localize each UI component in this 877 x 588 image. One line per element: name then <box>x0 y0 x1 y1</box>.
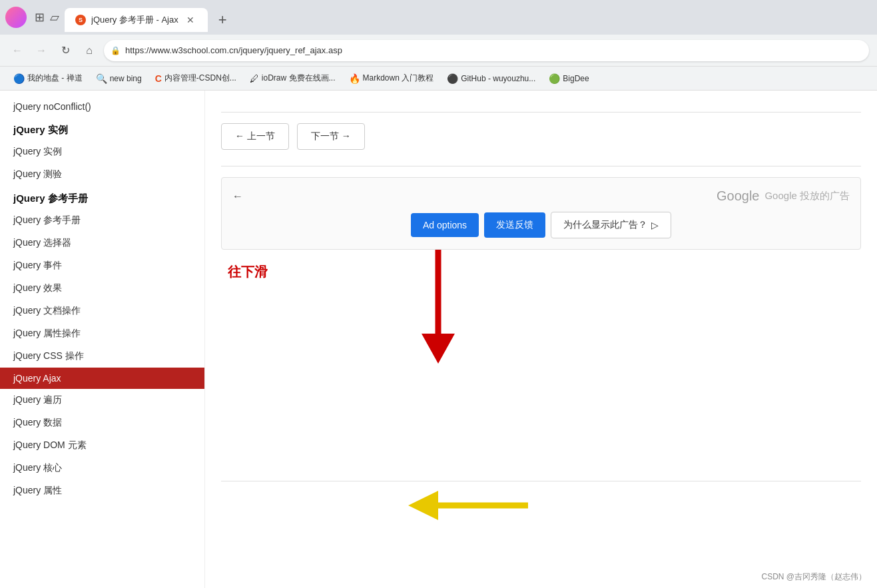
next-page-button[interactable]: 下一节 → <box>297 123 365 150</box>
sidebar: jQuery noConflict() jQuery 实例 jQuery 实例 … <box>0 91 205 588</box>
main-content: ← 上一节 下一节 → ← Google Google 投放的广告 Ad opt… <box>205 91 877 588</box>
bookmark-item-7[interactable]: 🟢 BigDee <box>543 71 594 87</box>
separator-bottom <box>221 481 861 481</box>
bookmark-item-2[interactable]: 🔍 new bing <box>91 71 147 87</box>
bookmark-icon-4: 🖊 <box>250 73 259 84</box>
new-window-icon[interactable]: ▱ <box>50 10 59 25</box>
sidebar-item-examples[interactable]: jQuery 实例 <box>0 141 204 163</box>
sidebar-item-noconflict[interactable]: jQuery noConflict() <box>0 96 204 117</box>
ad-why-label: 为什么显示此广告？ <box>563 219 647 231</box>
lock-icon: 🔒 <box>111 46 121 55</box>
sidebar-item-effects[interactable]: jQuery 效果 <box>0 277 204 300</box>
bookmark-icon-6: ⚫ <box>447 73 458 84</box>
bookmark-label-6: GitHub - wuyouzhu... <box>461 74 535 83</box>
bookmark-label-3: 内容管理-CSDN创... <box>164 73 236 84</box>
tab-bar-icons: ⊞ <box>35 10 45 25</box>
bookmark-item-5[interactable]: 🔥 Markdown 入门教程 <box>344 70 439 87</box>
bookmark-item-6[interactable]: ⚫ GitHub - wuyouzhu... <box>441 71 541 87</box>
bookmark-icon-2: 🔍 <box>96 73 107 84</box>
sidebar-item-selectors[interactable]: jQuery 选择器 <box>0 232 204 254</box>
footer-text: CSDN @吉冈秀隆（赵志伟） <box>761 571 866 583</box>
bookmark-item-3[interactable]: C 内容管理-CSDN创... <box>150 70 242 87</box>
address-bar: ← → ↻ ⌂ 🔒 <box>0 35 877 67</box>
browser-frame: ⊞ ▱ S jQuery 参考手册 - Ajax ✕ + ← → ↻ ⌂ 🔒 🔵… <box>0 0 877 588</box>
tab-close-button[interactable]: ✕ <box>184 13 197 27</box>
bookmark-icon-7: 🟢 <box>549 73 560 84</box>
ad-options-button[interactable]: Ad options <box>411 213 479 237</box>
tab-grid-icon[interactable]: ⊞ <box>35 10 45 25</box>
sidebar-item-properties[interactable]: jQuery 属性 <box>0 479 204 502</box>
title-bar: ⊞ ▱ S jQuery 参考手册 - Ajax ✕ + <box>0 0 877 35</box>
page-body: ← 上一节 下一节 → ← Google Google 投放的广告 Ad opt… <box>205 91 877 503</box>
nav-buttons: ← 上一节 下一节 → <box>221 123 861 150</box>
bookmark-icon-3: C <box>155 73 162 84</box>
bookmark-label-4: ioDraw 免费在线画... <box>262 73 336 84</box>
google-logo: Google <box>717 188 760 204</box>
bottom-arrow-indicator <box>402 479 535 535</box>
sidebar-item-attributes[interactable]: jQuery 属性操作 <box>0 322 204 345</box>
sidebar-item-dom-manipulation[interactable]: jQuery 文档操作 <box>0 300 204 322</box>
browser-tab[interactable]: S jQuery 参考手册 - Ajax ✕ <box>65 8 208 32</box>
bookmark-icon-1: 🔵 <box>13 73 25 84</box>
tab-favicon: S <box>75 15 86 25</box>
bookmark-label-1: 我的地盘 - 禅道 <box>27 73 83 84</box>
bookmark-label-2: new bing <box>110 74 142 83</box>
sidebar-item-data[interactable]: jQuery 数据 <box>0 412 204 434</box>
separator-top <box>221 112 861 113</box>
sidebar-item-events[interactable]: jQuery 事件 <box>0 254 204 277</box>
sidebar-section-examples: jQuery 实例 <box>0 117 204 141</box>
ad-feedback-button[interactable]: 发送反馈 <box>484 212 545 238</box>
forward-button[interactable]: → <box>32 41 51 60</box>
ad-why-icon: ▷ <box>651 220 659 230</box>
address-wrapper: 🔒 <box>104 40 869 61</box>
bookmark-label-5: Markdown 入门教程 <box>363 73 434 84</box>
sidebar-item-dom-elements[interactable]: jQuery DOM 元素 <box>0 434 204 457</box>
reload-button[interactable]: ↻ <box>56 41 75 60</box>
ad-controls: Ad options 发送反馈 为什么显示此广告？ ▷ <box>232 212 850 238</box>
sidebar-item-traversal[interactable]: jQuery 遍历 <box>0 389 204 412</box>
bookmark-item-1[interactable]: 🔵 我的地盘 - 禅道 <box>8 70 88 87</box>
avatar <box>5 7 27 28</box>
home-button[interactable]: ⌂ <box>80 41 99 60</box>
scroll-label-wrapper: 往下滑 <box>228 263 861 281</box>
ad-back-icon[interactable]: ← <box>232 190 243 202</box>
ad-area: ← Google Google 投放的广告 Ad options 发送反馈 为什… <box>221 177 861 250</box>
ad-header: ← Google Google 投放的广告 <box>232 188 850 204</box>
sidebar-item-reference[interactable]: jQuery 参考手册 <box>0 209 204 232</box>
separator-middle <box>221 166 861 166</box>
sidebar-item-quiz[interactable]: jQuery 测验 <box>0 163 204 186</box>
prev-page-button[interactable]: ← 上一节 <box>221 123 289 150</box>
scroll-down-label: 往下滑 <box>228 264 268 279</box>
sidebar-item-core[interactable]: jQuery 核心 <box>0 457 204 479</box>
bookmark-label-7: BigDee <box>563 74 589 83</box>
sidebar-item-ajax[interactable]: jQuery Ajax <box>0 368 204 389</box>
address-input[interactable] <box>104 40 869 61</box>
sidebar-section-reference: jQuery 参考手册 <box>0 186 204 209</box>
bookmark-item-4[interactable]: 🖊 ioDraw 免费在线画... <box>244 70 341 87</box>
bookmarks-bar: 🔵 我的地盘 - 禅道 🔍 new bing C 内容管理-CSDN创... 🖊… <box>0 67 877 91</box>
tab-title: jQuery 参考手册 - Ajax <box>91 14 178 26</box>
bookmark-icon-5: 🔥 <box>349 73 360 84</box>
ad-why-button[interactable]: 为什么显示此广告？ ▷ <box>551 212 671 238</box>
ad-label-text: Google 投放的广告 <box>764 190 850 202</box>
content-area: jQuery noConflict() jQuery 实例 jQuery 实例 … <box>0 91 877 588</box>
sidebar-item-css[interactable]: jQuery CSS 操作 <box>0 345 204 368</box>
back-button[interactable]: ← <box>8 41 27 60</box>
svg-marker-1 <box>422 334 455 364</box>
new-tab-button[interactable]: + <box>213 11 232 29</box>
svg-marker-3 <box>408 491 438 520</box>
